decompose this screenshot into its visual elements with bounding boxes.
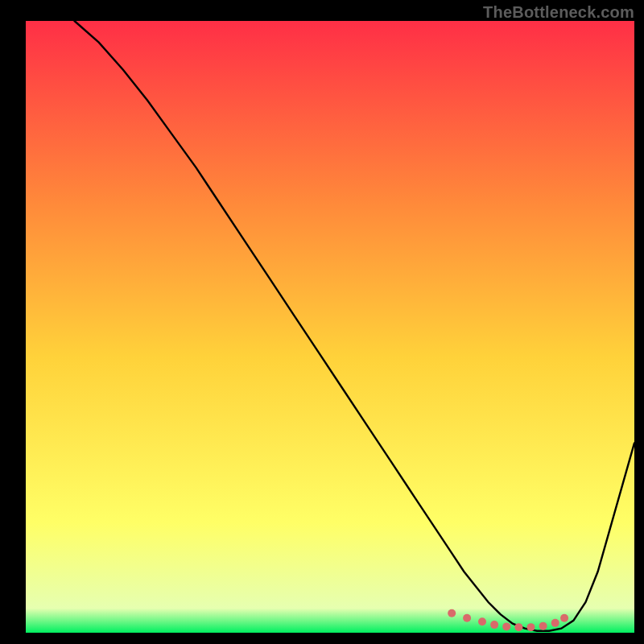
optimal-marker: [551, 619, 559, 627]
optimal-marker: [490, 621, 498, 629]
watermark-text: TheBottleneck.com: [483, 3, 634, 22]
optimal-marker: [526, 623, 535, 631]
optimal-marker: [539, 622, 547, 630]
optimal-marker: [463, 614, 471, 622]
chart-plot-svg: [0, 0, 644, 644]
chart-container: TheBottleneck.com: [0, 0, 644, 644]
optimal-marker: [478, 617, 486, 625]
optimal-marker: [448, 609, 456, 617]
chart-gradient-bg: [26, 21, 634, 633]
optimal-marker: [514, 623, 522, 631]
optimal-marker: [560, 614, 568, 622]
optimal-marker: [502, 622, 510, 630]
